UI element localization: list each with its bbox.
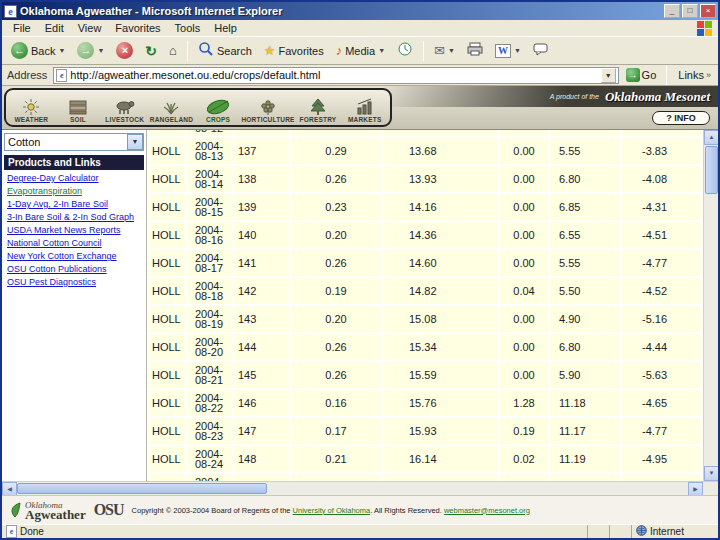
address-field[interactable]: e http://agweather.mesonet.ou.edu/crops/… bbox=[53, 67, 618, 84]
titlebar[interactable]: e Oklahoma Agweather - Microsoft Interne… bbox=[2, 2, 718, 20]
info-button[interactable]: ? INFO bbox=[652, 111, 710, 125]
cell-et: 0.26 bbox=[291, 166, 381, 192]
table-row[interactable]: HOLL2004-08-241480.2116.140.0211.19-4.95 bbox=[149, 446, 701, 472]
sidebar-link[interactable]: 3-In Bare Soil & 2-In Sod Graph bbox=[4, 211, 144, 224]
sidebar-link[interactable]: OSU Pest Diagnostics bbox=[4, 276, 144, 289]
scroll-up-button[interactable]: ▲ bbox=[704, 130, 718, 145]
address-dropdown-icon[interactable]: ▼ bbox=[601, 68, 616, 83]
stop-button[interactable]: × bbox=[111, 39, 138, 62]
scroll-right-button[interactable]: ▶ bbox=[688, 482, 703, 496]
cell-date: 2004-08-12 bbox=[187, 130, 231, 136]
university-link[interactable]: University of Oklahoma bbox=[293, 506, 371, 515]
sidebar-link[interactable]: Degree-Day Calculator bbox=[4, 172, 144, 185]
table-row[interactable]: HOLL2004-08-121360.3113.390.005.55-3.60 bbox=[149, 130, 701, 136]
back-dropdown-icon[interactable]: ▼ bbox=[58, 47, 65, 54]
table-row[interactable]: HOLL2004-08-181420.1914.820.045.50-4.52 bbox=[149, 278, 701, 304]
print-button[interactable] bbox=[462, 39, 488, 63]
discuss-button[interactable] bbox=[528, 39, 554, 63]
forward-button[interactable]: → ▼ bbox=[72, 39, 109, 62]
cell-day: 140 bbox=[233, 222, 289, 248]
menu-item-tools[interactable]: Tools bbox=[168, 21, 208, 35]
nav-item-livestock[interactable]: LIVESTOCK bbox=[101, 91, 148, 124]
nav-item-crops[interactable]: CROPS bbox=[195, 91, 242, 124]
cell-station: HOLL bbox=[149, 362, 185, 388]
favorites-label: Favorites bbox=[278, 45, 323, 57]
table-row[interactable]: HOLL2004-08-221460.1615.761.2811.18-4.65 bbox=[149, 390, 701, 416]
sidebar-link[interactable]: New York Cotton Exchange bbox=[4, 250, 144, 263]
edit-button[interactable]: W ▼ bbox=[490, 41, 526, 61]
scroll-left-button[interactable]: ◀ bbox=[2, 482, 17, 496]
refresh-button[interactable]: ↻ bbox=[140, 40, 162, 62]
nav-item-horticulture[interactable]: HORTICULTURE bbox=[241, 91, 294, 124]
table-row[interactable]: HOLL2004-08-161400.2014.360.006.55-4.51 bbox=[149, 222, 701, 248]
vertical-scroll-thumb[interactable] bbox=[705, 146, 718, 194]
home-button[interactable]: ⌂ bbox=[164, 40, 182, 62]
cell-deficit: -4.95 bbox=[622, 446, 701, 472]
go-button[interactable]: → Go bbox=[623, 67, 660, 83]
edit-dropdown-icon[interactable]: ▼ bbox=[514, 47, 521, 54]
horizontal-scrollbar[interactable]: ◀ ▶ bbox=[2, 481, 718, 495]
cell-et: 0.26 bbox=[291, 250, 381, 276]
horizontal-scroll-thumb[interactable] bbox=[17, 483, 267, 494]
scroll-down-button[interactable]: ▼ bbox=[704, 466, 718, 481]
status-page-icon: e bbox=[6, 525, 17, 538]
menu-item-favorites[interactable]: Favorites bbox=[108, 21, 167, 35]
cell-deficit: -5.16 bbox=[622, 306, 701, 332]
search-button[interactable]: Search bbox=[193, 38, 257, 64]
webmaster-link[interactable]: webmaster@mesonet.org bbox=[444, 506, 530, 515]
sidebar-link[interactable]: Evapotranspiration bbox=[4, 185, 144, 198]
back-button[interactable]: ← Back ▼ bbox=[6, 39, 70, 62]
nav-item-soil[interactable]: SOIL bbox=[55, 91, 102, 124]
mail-icon: ✉ bbox=[434, 43, 445, 58]
nav-item-weather[interactable]: WEATHER bbox=[8, 91, 55, 124]
table-row[interactable]: HOLL2004-08-191430.2015.080.004.90-5.16 bbox=[149, 306, 701, 332]
maximize-button[interactable]: □ bbox=[682, 4, 698, 18]
brand-band: A product of the Oklahoma Mesonet bbox=[382, 86, 718, 107]
sidebar-link[interactable]: OSU Cotton Publications bbox=[4, 263, 144, 276]
menu-item-edit[interactable]: Edit bbox=[38, 21, 71, 35]
mail-dropdown-icon[interactable]: ▼ bbox=[448, 47, 455, 54]
refresh-icon: ↻ bbox=[145, 43, 157, 59]
cotton-dropdown[interactable]: Cotton ▼ bbox=[4, 133, 144, 151]
dropdown-arrow-icon[interactable]: ▼ bbox=[127, 134, 143, 150]
sidebar-link[interactable]: National Cotton Council bbox=[4, 237, 144, 250]
table-row[interactable]: HOLL2004-08-171410.2614.600.005.55-4.77 bbox=[149, 250, 701, 276]
media-dropdown-icon[interactable]: ▼ bbox=[378, 47, 385, 54]
mail-button[interactable]: ✉ ▼ bbox=[429, 40, 460, 61]
brand-name: Oklahoma Mesonet bbox=[605, 89, 710, 105]
menu-item-view[interactable]: View bbox=[71, 21, 109, 35]
vertical-scrollbar[interactable]: ▲ ▼ bbox=[703, 130, 718, 481]
forestry-icon bbox=[308, 97, 328, 116]
cell-day: 137 bbox=[233, 138, 289, 164]
table-row[interactable]: HOLL2004-08-151390.2314.160.006.85-4.31 bbox=[149, 194, 701, 220]
table-row[interactable]: HOLL2004-08-201440.2615.340.006.80-4.44 bbox=[149, 334, 701, 360]
close-button[interactable]: × bbox=[700, 4, 716, 18]
nav-item-rangeland[interactable]: RANGELAND bbox=[148, 91, 195, 124]
minimize-button[interactable]: _ bbox=[664, 4, 680, 18]
cell-cum-et: 13.93 bbox=[383, 166, 498, 192]
history-button[interactable] bbox=[392, 38, 418, 64]
horizontal-scroll-track[interactable] bbox=[17, 482, 688, 495]
table-row[interactable]: HOLL2004-08-141380.2613.930.006.80-4.08 bbox=[149, 166, 701, 192]
table-row[interactable]: HOLL2004-08-231470.1715.930.1911.17-4.77 bbox=[149, 418, 701, 444]
links-button[interactable]: Links » bbox=[674, 69, 715, 81]
sidebar-link[interactable]: 1-Day Avg, 2-In Bare Soil bbox=[4, 198, 144, 211]
forward-dropdown-icon[interactable]: ▼ bbox=[97, 47, 104, 54]
favorites-button[interactable]: ★ Favorites bbox=[259, 40, 329, 61]
menu-item-help[interactable]: Help bbox=[207, 21, 244, 35]
edit-word-icon: W bbox=[495, 44, 511, 58]
table-row[interactable]: HOLL2004-08-211450.2615.590.005.90-5.63 bbox=[149, 362, 701, 388]
table-row[interactable]: HOLL2004-08-131370.2913.680.005.55-3.83 bbox=[149, 138, 701, 164]
menu-item-file[interactable]: File bbox=[6, 21, 38, 35]
back-icon: ← bbox=[11, 42, 28, 59]
stop-icon: × bbox=[116, 42, 133, 59]
cell-et: 0.31 bbox=[291, 130, 381, 136]
addressbar-separator bbox=[666, 65, 667, 85]
nav-item-markets[interactable]: MARKETS bbox=[341, 91, 388, 124]
address-url[interactable]: http://agweather.mesonet.ou.edu/crops/de… bbox=[70, 69, 597, 81]
table-row[interactable]: HOLL2004-08-251490.2016.340.0011.19-5.15 bbox=[149, 474, 701, 481]
sidebar-link[interactable]: USDA Market News Reports bbox=[4, 224, 144, 237]
nav-item-forestry[interactable]: FORESTRY bbox=[295, 91, 342, 124]
media-button[interactable]: ♪ Media ▼ bbox=[331, 40, 390, 61]
media-icon: ♪ bbox=[336, 43, 343, 58]
